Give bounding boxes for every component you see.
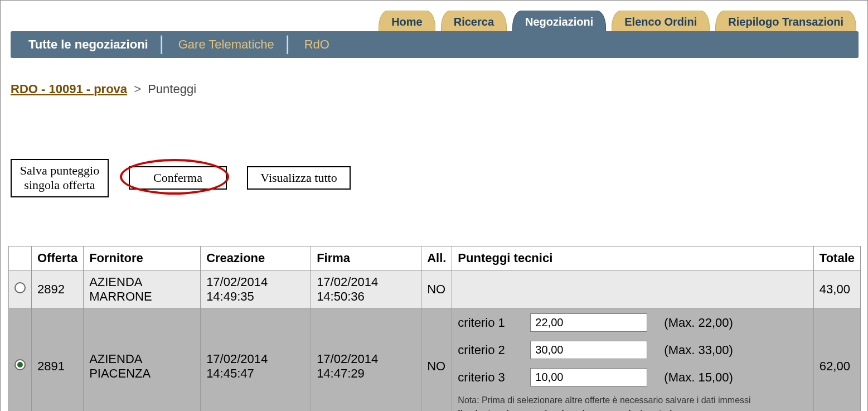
subnav-divider-icon: ⎢ (159, 36, 167, 54)
subtab-rdo[interactable]: RdO (295, 37, 338, 52)
criterio-max: (Max. 33,00) (664, 343, 807, 357)
criterio-max: (Max. 15,00) (664, 370, 807, 385)
col-header-select (9, 246, 32, 270)
conferma-button[interactable]: Conferma (129, 166, 227, 190)
breadcrumb-link-rdo[interactable]: RDO - 10091 - prova (11, 82, 127, 96)
col-header-totale: Totale (813, 246, 860, 270)
col-header-allegato: All. (421, 246, 452, 270)
cell-punteggi-tecnici: criterio 1 (Max. 22,00) criterio 2 (Max.… (452, 309, 813, 412)
col-header-offerta: Offerta (32, 246, 84, 270)
cell-allegato: NO (421, 270, 452, 309)
top-tabs: Home Ricerca Negoziazioni Elenco Ordini … (379, 11, 856, 32)
cell-offerta: 2891 (32, 309, 84, 412)
cell-firma: 17/02/2014 14:47:29 (311, 309, 421, 412)
cell-totale: 43,00 (813, 270, 860, 309)
criterio-input[interactable] (530, 368, 647, 386)
row-select-radio[interactable] (14, 282, 26, 293)
row-select-radio[interactable] (14, 359, 26, 370)
salva-punteggio-button[interactable]: Salva punteggio singola offerta (11, 159, 109, 197)
breadcrumb-separator: > (134, 82, 141, 96)
col-header-creazione: Creazione (201, 246, 311, 270)
col-header-fornitore: Fornitore (84, 246, 201, 270)
criterio-label: criterio 2 (458, 343, 519, 357)
tab-ricerca[interactable]: Ricerca (441, 11, 507, 32)
tab-home[interactable]: Home (379, 11, 435, 32)
subnav-divider-icon: ⎢ (285, 36, 293, 54)
criterio-input[interactable] (530, 313, 647, 332)
criterio-label: criterio 1 (458, 316, 519, 330)
subtab-tutte-negoziazioni[interactable]: Tutte le negoziazioni (20, 37, 157, 52)
action-buttons-row: Salva punteggio singola offerta Conferma… (11, 159, 351, 197)
cell-fornitore: AZIENDA MARRONE (84, 270, 201, 309)
breadcrumb-current: Punteggi (148, 82, 196, 96)
table-row: 2892 AZIENDA MARRONE 17/02/2014 14:49:35… (9, 270, 861, 309)
cell-firma: 17/02/2014 14:50:36 (311, 270, 421, 309)
criterio-input[interactable] (530, 341, 647, 359)
subtab-gare-telematiche[interactable]: Gare Telematiche (169, 37, 283, 52)
tab-riepilogo-transazioni[interactable]: Riepilogo Transazioni (715, 11, 856, 32)
cell-creazione: 17/02/2014 14:45:47 (201, 309, 311, 412)
cell-totale: 62,00 (813, 309, 860, 412)
table-row: 2891 AZIENDA PIACENZA 17/02/2014 14:45:4… (9, 309, 861, 412)
col-header-punteggi-tecnici: Punteggi tecnici (452, 246, 813, 270)
punteggi-table: Offerta Fornitore Creazione Firma All. P… (8, 246, 861, 411)
cell-allegato: NO (421, 309, 452, 412)
visualizza-tutto-button[interactable]: Visualizza tutto (247, 166, 351, 190)
breadcrumb: RDO - 10091 - prova > Punteggi (11, 82, 196, 96)
criterio-max: (Max. 22,00) (664, 316, 807, 330)
cell-fornitore: AZIENDA PIACENZA (84, 309, 201, 412)
subnav-bar: Tutte le negoziazioni ⎢ Gare Telematiche… (11, 31, 859, 58)
cell-punteggi-tecnici (452, 270, 813, 309)
cell-creazione: 17/02/2014 14:49:35 (201, 270, 311, 309)
col-header-firma: Firma (311, 246, 421, 270)
punteggi-note-2: Il salvataggio avverrà solo sul campo se… (458, 409, 807, 411)
cell-offerta: 2892 (32, 270, 84, 309)
tab-elenco-ordini[interactable]: Elenco Ordini (612, 11, 710, 32)
criterio-label: criterio 3 (458, 370, 519, 385)
punteggi-note-1: Nota: Prima di selezionare altre offerte… (458, 395, 807, 405)
tab-negoziazioni[interactable]: Negoziazioni (512, 11, 606, 32)
